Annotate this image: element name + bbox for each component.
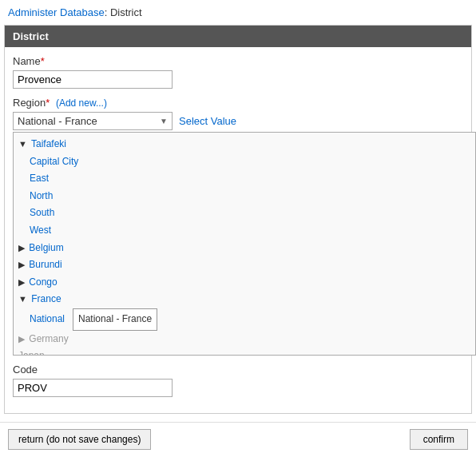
bottom-bar: return (do not save changes) confirm: [0, 422, 476, 456]
dropdown-arrow-icon: ▼: [160, 117, 168, 125]
tree-node-north[interactable]: North: [30, 188, 470, 205]
code-field-group: Code: [13, 364, 463, 397]
tree-node-east[interactable]: East: [30, 170, 470, 188]
tree-node-capital-city[interactable]: Capital City: [30, 153, 470, 171]
tree-node-japan: Japan: [18, 348, 470, 356]
tree-link-west[interactable]: West: [30, 225, 51, 236]
name-input[interactable]: [13, 70, 173, 89]
tree-link-congo[interactable]: Congo: [29, 276, 57, 288]
tree-node-congo[interactable]: ▶ Congo: [18, 274, 470, 292]
tree-link-north[interactable]: North: [30, 190, 53, 201]
tree-link-east[interactable]: East: [30, 173, 49, 184]
return-button[interactable]: return (do not save changes): [8, 429, 151, 450]
france-children: National National - France: [18, 308, 470, 331]
code-label: Code: [13, 364, 463, 376]
region-dropdown-tree[interactable]: ▼ Taifafeki Capital City East North Sout…: [13, 132, 476, 356]
tree-toggle-burundi[interactable]: ▶: [18, 260, 25, 269]
breadcrumb: Administer Database: District: [0, 0, 476, 25]
code-input[interactable]: [13, 379, 173, 397]
tree-node-burundi[interactable]: ▶ Burundi: [18, 256, 470, 274]
name-field-group: Name*: [13, 55, 463, 89]
tree-toggle-taifafeki[interactable]: ▼: [18, 139, 27, 149]
tree-node-south[interactable]: South: [30, 205, 470, 222]
tree-node-belgium[interactable]: ▶ Belgium: [18, 240, 470, 257]
region-select-box[interactable]: National - France ▼: [13, 112, 173, 130]
tree-link-burundi[interactable]: Burundi: [29, 259, 61, 270]
region-row: National - France ▼ Select Value: [13, 112, 463, 130]
tree-node-germany: ▶ Germany: [18, 331, 470, 348]
tree-link-capital-city[interactable]: Capital City: [30, 156, 78, 167]
tree-link-belgium[interactable]: Belgium: [29, 242, 63, 253]
tree-toggle-france[interactable]: ▼: [18, 294, 27, 304]
national-france-tooltip: National - France: [73, 308, 157, 331]
tree-link-south[interactable]: South: [30, 207, 54, 218]
tree-node-west[interactable]: West: [30, 222, 470, 240]
tree-link-france[interactable]: France: [31, 293, 61, 304]
tree-node-taifafeki[interactable]: ▼ Taifafeki: [18, 136, 470, 153]
tree-node-france[interactable]: ▼ France: [18, 291, 470, 308]
tree-toggle-congo[interactable]: ▶: [18, 277, 25, 287]
tree-node-national[interactable]: National National - France: [30, 308, 470, 331]
breadcrumb-admin-link[interactable]: Administer Database: [8, 6, 105, 18]
panel-body: Name* Region* (Add new...) National - Fr…: [5, 47, 471, 413]
tree-link-taifafeki[interactable]: Taifafeki: [31, 138, 66, 149]
add-new-region-link[interactable]: (Add new...): [56, 97, 107, 109]
name-label: Name*: [13, 55, 463, 67]
tree-toggle-belgium[interactable]: ▶: [18, 243, 25, 252]
region-label: Region* (Add new...): [13, 97, 463, 109]
confirm-button[interactable]: confirm: [410, 429, 468, 450]
tree-link-national[interactable]: National: [30, 311, 65, 328]
panel-header: District: [5, 26, 471, 47]
taifafeki-children: Capital City East North South West: [18, 153, 470, 240]
select-value-link[interactable]: Select Value: [179, 115, 236, 127]
district-panel: District Name* Region* (Add new...) Nati…: [4, 25, 472, 414]
region-field-group: Region* (Add new...) National - France ▼…: [13, 97, 463, 356]
